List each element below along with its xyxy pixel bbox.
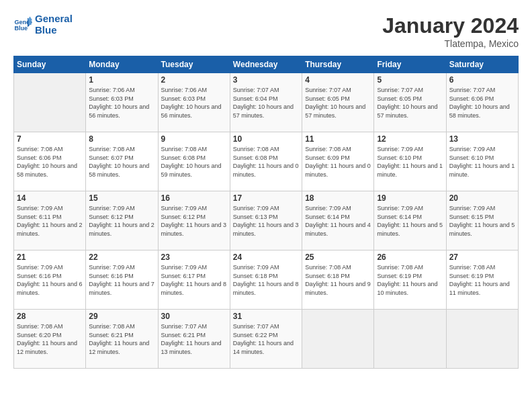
- day-cell: 17 Sunrise: 7:09 AM Sunset: 6:13 PM Dayl…: [230, 191, 302, 250]
- day-number: 22: [89, 253, 154, 262]
- day-number: 4: [305, 75, 371, 85]
- day-number: 21: [17, 253, 83, 262]
- day-cell: 16 Sunrise: 7:09 AM Sunset: 6:12 PM Dayl…: [158, 191, 230, 250]
- day-number: 10: [233, 134, 299, 144]
- day-number: 18: [305, 193, 371, 203]
- day-cell: 1 Sunrise: 7:06 AM Sunset: 6:03 PM Dayli…: [86, 73, 158, 132]
- weekday-friday: Friday: [374, 56, 446, 73]
- day-info: Sunrise: 7:09 AM Sunset: 6:14 PM Dayligh…: [305, 204, 371, 238]
- day-number: 30: [161, 312, 227, 321]
- location: Tlatempa, Mexico: [382, 38, 519, 49]
- day-cell: 4 Sunrise: 7:07 AM Sunset: 6:05 PM Dayli…: [302, 73, 374, 132]
- day-cell: 25 Sunrise: 7:08 AM Sunset: 6:18 PM Dayl…: [302, 250, 374, 310]
- day-info: Sunrise: 7:09 AM Sunset: 6:16 PM Dayligh…: [17, 263, 83, 297]
- day-number: 25: [305, 253, 371, 262]
- day-info: Sunrise: 7:08 AM Sunset: 6:08 PM Dayligh…: [161, 145, 227, 179]
- day-cell: 15 Sunrise: 7:09 AM Sunset: 6:12 PM Dayl…: [86, 191, 158, 250]
- day-cell: 12 Sunrise: 7:09 AM Sunset: 6:10 PM Dayl…: [374, 132, 446, 191]
- day-info: Sunrise: 7:07 AM Sunset: 6:22 PM Dayligh…: [233, 322, 299, 356]
- logo: General Blue General Blue: [13, 13, 73, 36]
- day-info: Sunrise: 7:09 AM Sunset: 6:14 PM Dayligh…: [377, 204, 443, 238]
- day-number: 29: [89, 312, 154, 321]
- day-cell: 31 Sunrise: 7:07 AM Sunset: 6:22 PM Dayl…: [230, 310, 302, 369]
- svg-text:Blue: Blue: [14, 25, 28, 32]
- week-row-2: 7 Sunrise: 7:08 AM Sunset: 6:06 PM Dayli…: [14, 132, 519, 191]
- day-number: 13: [449, 134, 515, 144]
- day-info: Sunrise: 7:08 AM Sunset: 6:06 PM Dayligh…: [17, 145, 83, 179]
- day-cell: 8 Sunrise: 7:08 AM Sunset: 6:07 PM Dayli…: [86, 132, 158, 191]
- day-info: Sunrise: 7:07 AM Sunset: 6:05 PM Dayligh…: [377, 86, 443, 120]
- day-number: 27: [449, 253, 515, 262]
- day-number: 7: [17, 134, 83, 144]
- day-cell: 3 Sunrise: 7:07 AM Sunset: 6:04 PM Dayli…: [230, 73, 302, 132]
- weekday-sunday: Sunday: [14, 56, 86, 73]
- day-info: Sunrise: 7:07 AM Sunset: 6:04 PM Dayligh…: [233, 86, 299, 120]
- day-info: Sunrise: 7:09 AM Sunset: 6:10 PM Dayligh…: [377, 145, 443, 179]
- day-number: 19: [377, 193, 443, 203]
- day-info: Sunrise: 7:09 AM Sunset: 6:11 PM Dayligh…: [17, 204, 83, 238]
- day-cell: 6 Sunrise: 7:07 AM Sunset: 6:06 PM Dayli…: [446, 73, 518, 132]
- day-cell: 2 Sunrise: 7:06 AM Sunset: 6:03 PM Dayli…: [158, 73, 230, 132]
- day-number: 12: [377, 134, 443, 144]
- day-info: Sunrise: 7:09 AM Sunset: 6:12 PM Dayligh…: [161, 204, 227, 238]
- day-cell: 11 Sunrise: 7:08 AM Sunset: 6:09 PM Dayl…: [302, 132, 374, 191]
- weekday-header-row: SundayMondayTuesdayWednesdayThursdayFrid…: [14, 56, 519, 73]
- week-row-5: 28 Sunrise: 7:08 AM Sunset: 6:20 PM Dayl…: [14, 310, 519, 369]
- day-cell: 23 Sunrise: 7:09 AM Sunset: 6:17 PM Dayl…: [158, 250, 230, 310]
- week-row-1: 1 Sunrise: 7:06 AM Sunset: 6:03 PM Dayli…: [14, 73, 519, 132]
- day-number: 20: [449, 193, 515, 203]
- day-number: 16: [161, 193, 227, 203]
- day-info: Sunrise: 7:08 AM Sunset: 6:19 PM Dayligh…: [377, 263, 443, 297]
- logo-line2: Blue: [35, 25, 73, 36]
- day-cell: 20 Sunrise: 7:09 AM Sunset: 6:15 PM Dayl…: [446, 191, 518, 250]
- week-row-4: 21 Sunrise: 7:09 AM Sunset: 6:16 PM Dayl…: [14, 250, 519, 310]
- day-info: Sunrise: 7:09 AM Sunset: 6:18 PM Dayligh…: [233, 263, 299, 297]
- day-number: 6: [449, 75, 515, 85]
- day-number: 23: [161, 253, 227, 262]
- day-info: Sunrise: 7:08 AM Sunset: 6:18 PM Dayligh…: [305, 263, 371, 297]
- day-info: Sunrise: 7:08 AM Sunset: 6:20 PM Dayligh…: [17, 322, 83, 356]
- day-number: 2: [161, 75, 227, 85]
- day-info: Sunrise: 7:07 AM Sunset: 6:21 PM Dayligh…: [161, 322, 227, 356]
- day-number: 14: [17, 193, 83, 203]
- day-cell: 22 Sunrise: 7:09 AM Sunset: 6:16 PM Dayl…: [86, 250, 158, 310]
- day-cell: [374, 310, 446, 369]
- day-info: Sunrise: 7:09 AM Sunset: 6:13 PM Dayligh…: [233, 204, 299, 238]
- title-block: January 2024 Tlatempa, Mexico: [382, 13, 519, 49]
- day-number: 24: [233, 253, 299, 262]
- day-cell: [14, 73, 86, 132]
- day-cell: 21 Sunrise: 7:09 AM Sunset: 6:16 PM Dayl…: [14, 250, 86, 310]
- day-number: 8: [89, 134, 154, 144]
- day-cell: 7 Sunrise: 7:08 AM Sunset: 6:06 PM Dayli…: [14, 132, 86, 191]
- day-cell: 18 Sunrise: 7:09 AM Sunset: 6:14 PM Dayl…: [302, 191, 374, 250]
- calendar-container: General Blue General Blue January 2024 T…: [0, 0, 532, 375]
- day-cell: 9 Sunrise: 7:08 AM Sunset: 6:08 PM Dayli…: [158, 132, 230, 191]
- weekday-wednesday: Wednesday: [230, 56, 302, 73]
- day-cell: 14 Sunrise: 7:09 AM Sunset: 6:11 PM Dayl…: [14, 191, 86, 250]
- weekday-tuesday: Tuesday: [158, 56, 230, 73]
- day-number: 15: [89, 193, 154, 203]
- day-info: Sunrise: 7:08 AM Sunset: 6:21 PM Dayligh…: [89, 322, 154, 356]
- day-cell: 28 Sunrise: 7:08 AM Sunset: 6:20 PM Dayl…: [14, 310, 86, 369]
- day-cell: 29 Sunrise: 7:08 AM Sunset: 6:21 PM Dayl…: [86, 310, 158, 369]
- day-cell: 19 Sunrise: 7:09 AM Sunset: 6:14 PM Dayl…: [374, 191, 446, 250]
- day-cell: [446, 310, 518, 369]
- weekday-monday: Monday: [86, 56, 158, 73]
- logo-line1: General: [35, 13, 73, 25]
- calendar-header: General Blue General Blue January 2024 T…: [13, 13, 519, 49]
- day-info: Sunrise: 7:07 AM Sunset: 6:05 PM Dayligh…: [305, 86, 371, 120]
- day-info: Sunrise: 7:08 AM Sunset: 6:07 PM Dayligh…: [89, 145, 154, 179]
- day-info: Sunrise: 7:07 AM Sunset: 6:06 PM Dayligh…: [449, 86, 515, 120]
- week-row-3: 14 Sunrise: 7:09 AM Sunset: 6:11 PM Dayl…: [14, 191, 519, 250]
- day-cell: 30 Sunrise: 7:07 AM Sunset: 6:21 PM Dayl…: [158, 310, 230, 369]
- day-info: Sunrise: 7:09 AM Sunset: 6:10 PM Dayligh…: [449, 145, 515, 179]
- day-cell: 27 Sunrise: 7:08 AM Sunset: 6:19 PM Dayl…: [446, 250, 518, 310]
- day-number: 26: [377, 253, 443, 262]
- day-cell: 10 Sunrise: 7:08 AM Sunset: 6:08 PM Dayl…: [230, 132, 302, 191]
- day-number: 31: [233, 312, 299, 321]
- day-info: Sunrise: 7:09 AM Sunset: 6:12 PM Dayligh…: [89, 204, 154, 238]
- day-number: 28: [17, 312, 83, 321]
- day-cell: [302, 310, 374, 369]
- day-info: Sunrise: 7:09 AM Sunset: 6:17 PM Dayligh…: [161, 263, 227, 297]
- weekday-saturday: Saturday: [446, 56, 518, 73]
